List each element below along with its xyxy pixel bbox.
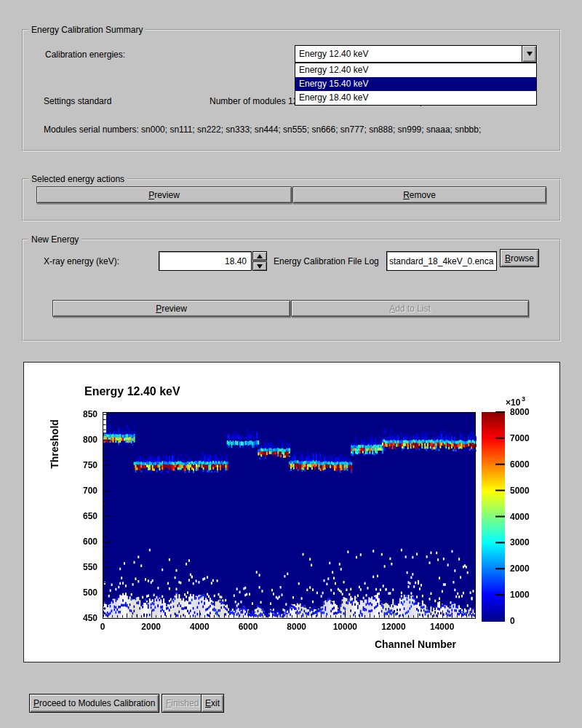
chevron-down-icon xyxy=(527,52,533,56)
serial-numbers-text: Modules serial numbers: sn000; sn111; sn… xyxy=(44,124,481,135)
combobox-arrow-button[interactable] xyxy=(522,46,536,62)
energy-dropdown-list: Energy 12.40 keVEnergy 15.40 keVEnergy 1… xyxy=(295,63,537,106)
proceed-to-modules-calibration-button[interactable]: Proceed to Modules Calibration xyxy=(29,694,159,713)
dropdown-item[interactable]: Energy 12.40 keV xyxy=(295,63,536,77)
browse-button[interactable]: Browse xyxy=(500,249,539,267)
calibration-energies-label: Calibration energies: xyxy=(45,50,125,60)
dropdown-item[interactable]: Energy 18.40 keV xyxy=(295,91,536,105)
arrow-up-icon xyxy=(257,254,263,258)
energy-calibration-window: { "summary": { "title": "Energy Calibrat… xyxy=(0,0,582,728)
file-log-label: Energy Calibration File Log xyxy=(274,256,379,266)
group-title: Selected energy actions xyxy=(28,174,127,184)
modules-count-label: Number of modules 12 xyxy=(210,96,298,106)
xray-energy-spinbox[interactable] xyxy=(159,251,252,271)
xray-energy-label: X-ray energy (keV): xyxy=(44,256,119,266)
remove-selected-button[interactable]: Remove xyxy=(292,186,546,203)
exit-button[interactable]: Exit xyxy=(201,694,224,713)
group-title: Energy Calibration Summary xyxy=(28,25,146,35)
preview-selected-button[interactable]: Preview xyxy=(36,186,292,203)
add-to-list-button: Add to List xyxy=(291,300,529,317)
preview-new-button[interactable]: Preview xyxy=(52,300,290,317)
spin-up-button[interactable] xyxy=(252,251,267,261)
spin-down-button[interactable] xyxy=(252,261,267,271)
arrow-down-icon xyxy=(257,264,263,269)
calibration-energy-combobox[interactable]: Energy 12.40 keV xyxy=(295,45,537,63)
group-title: New Energy xyxy=(28,234,81,245)
dropdown-item[interactable]: Energy 15.40 keV xyxy=(295,77,536,91)
file-log-input[interactable] xyxy=(386,251,497,271)
calibration-plot-panel xyxy=(23,362,560,662)
finished-button: Finished xyxy=(162,694,203,713)
settings-label: Settings standard xyxy=(44,96,111,106)
calibration-plot-canvas xyxy=(24,363,559,662)
combobox-value: Energy 12.40 keV xyxy=(295,49,522,59)
